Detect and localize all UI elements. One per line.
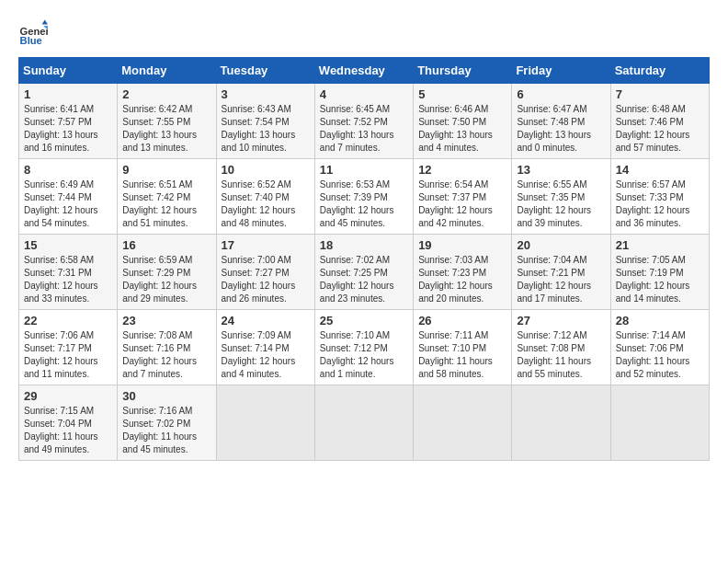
day-number: 8	[24, 163, 112, 177]
day-number: 22	[24, 314, 112, 327]
calendar-cell: 18 Sunrise: 7:02 AMSunset: 7:25 PMDaylig…	[314, 235, 413, 310]
day-info: Sunrise: 7:11 AMSunset: 7:10 PMDaylight:…	[418, 329, 506, 381]
calendar-cell: 5 Sunrise: 6:46 AMSunset: 7:50 PMDayligh…	[414, 84, 512, 159]
calendar-cell: 20 Sunrise: 7:04 AMSunset: 7:21 PMDaylig…	[512, 235, 610, 310]
logo-icon: General Blue	[18, 18, 48, 48]
calendar-cell: 30 Sunrise: 7:16 AMSunset: 7:02 PMDaylig…	[118, 385, 216, 461]
day-info: Sunrise: 7:05 AMSunset: 7:19 PMDaylight:…	[616, 254, 704, 305]
calendar-week-1: 1 Sunrise: 6:41 AMSunset: 7:57 PMDayligh…	[19, 84, 710, 159]
day-info: Sunrise: 6:52 AMSunset: 7:40 PMDaylight:…	[222, 178, 310, 230]
day-info: Sunrise: 7:06 AMSunset: 7:17 PMDaylight:…	[24, 329, 112, 381]
day-number: 3	[222, 87, 310, 101]
calendar-cell: 14 Sunrise: 6:57 AMSunset: 7:33 PMDaylig…	[610, 159, 709, 235]
calendar-cell: 13 Sunrise: 6:55 AMSunset: 7:35 PMDaylig…	[512, 159, 610, 235]
day-info: Sunrise: 6:47 AMSunset: 7:48 PMDaylight:…	[517, 103, 605, 155]
calendar-cell: 26 Sunrise: 7:11 AMSunset: 7:10 PMDaylig…	[414, 310, 512, 385]
header-day-tuesday: Tuesday	[216, 58, 314, 84]
calendar-cell: 27 Sunrise: 7:12 AMSunset: 7:08 PMDaylig…	[512, 310, 610, 385]
calendar-cell: 29 Sunrise: 7:15 AMSunset: 7:04 PMDaylig…	[19, 385, 118, 461]
header-day-saturday: Saturday	[610, 58, 709, 84]
day-info: Sunrise: 7:03 AMSunset: 7:23 PMDaylight:…	[418, 254, 506, 305]
day-info: Sunrise: 7:00 AMSunset: 7:27 PMDaylight:…	[222, 254, 310, 305]
day-number: 4	[320, 87, 408, 101]
header-day-wednesday: Wednesday	[314, 58, 413, 84]
calendar-cell: 8 Sunrise: 6:49 AMSunset: 7:44 PMDayligh…	[19, 159, 118, 235]
day-number: 5	[418, 87, 506, 101]
header-day-friday: Friday	[512, 58, 610, 84]
svg-marker-2	[42, 20, 48, 25]
day-number: 16	[122, 238, 210, 252]
day-info: Sunrise: 7:08 AMSunset: 7:16 PMDaylight:…	[122, 329, 210, 381]
day-info: Sunrise: 6:53 AMSunset: 7:39 PMDaylight:…	[320, 178, 408, 230]
page-header: General Blue	[18, 18, 710, 48]
day-info: Sunrise: 6:59 AMSunset: 7:29 PMDaylight:…	[122, 254, 210, 305]
calendar-cell: 1 Sunrise: 6:41 AMSunset: 7:57 PMDayligh…	[19, 84, 118, 159]
day-number: 23	[122, 314, 210, 327]
header-day-thursday: Thursday	[414, 58, 512, 84]
day-number: 29	[24, 389, 112, 403]
day-number: 30	[122, 389, 210, 403]
day-number: 12	[418, 163, 506, 177]
calendar-cell: 6 Sunrise: 6:47 AMSunset: 7:48 PMDayligh…	[512, 84, 610, 159]
day-number: 18	[320, 238, 408, 252]
day-number: 19	[418, 238, 506, 252]
day-number: 1	[24, 87, 112, 101]
calendar-week-4: 22 Sunrise: 7:06 AMSunset: 7:17 PMDaylig…	[19, 310, 710, 385]
calendar-cell: 15 Sunrise: 6:58 AMSunset: 7:31 PMDaylig…	[19, 235, 118, 310]
day-number: 21	[616, 238, 704, 252]
day-info: Sunrise: 6:58 AMSunset: 7:31 PMDaylight:…	[24, 254, 112, 305]
day-number: 20	[517, 238, 605, 252]
day-number: 2	[122, 87, 210, 101]
day-info: Sunrise: 6:43 AMSunset: 7:54 PMDaylight:…	[222, 103, 310, 155]
logo: General Blue	[18, 18, 51, 48]
calendar-week-2: 8 Sunrise: 6:49 AMSunset: 7:44 PMDayligh…	[19, 159, 710, 235]
calendar-cell: 22 Sunrise: 7:06 AMSunset: 7:17 PMDaylig…	[19, 310, 118, 385]
day-info: Sunrise: 6:41 AMSunset: 7:57 PMDaylight:…	[24, 103, 112, 155]
calendar-header-row: SundayMondayTuesdayWednesdayThursdayFrid…	[19, 58, 710, 84]
day-info: Sunrise: 6:49 AMSunset: 7:44 PMDaylight:…	[24, 178, 112, 230]
calendar-week-5: 29 Sunrise: 7:15 AMSunset: 7:04 PMDaylig…	[19, 385, 710, 461]
calendar-cell: 16 Sunrise: 6:59 AMSunset: 7:29 PMDaylig…	[118, 235, 216, 310]
day-info: Sunrise: 7:12 AMSunset: 7:08 PMDaylight:…	[517, 329, 605, 381]
day-number: 14	[616, 163, 704, 177]
calendar-cell: 10 Sunrise: 6:52 AMSunset: 7:40 PMDaylig…	[216, 159, 314, 235]
day-info: Sunrise: 6:46 AMSunset: 7:50 PMDaylight:…	[418, 103, 506, 155]
calendar-table: SundayMondayTuesdayWednesdayThursdayFrid…	[18, 57, 710, 461]
calendar-cell: 2 Sunrise: 6:42 AMSunset: 7:55 PMDayligh…	[118, 84, 216, 159]
day-info: Sunrise: 6:42 AMSunset: 7:55 PMDaylight:…	[122, 103, 210, 155]
calendar-cell: 3 Sunrise: 6:43 AMSunset: 7:54 PMDayligh…	[216, 84, 314, 159]
calendar-cell: 21 Sunrise: 7:05 AMSunset: 7:19 PMDaylig…	[610, 235, 709, 310]
calendar-cell: 28 Sunrise: 7:14 AMSunset: 7:06 PMDaylig…	[610, 310, 709, 385]
day-info: Sunrise: 7:15 AMSunset: 7:04 PMDaylight:…	[24, 405, 112, 456]
calendar-week-3: 15 Sunrise: 6:58 AMSunset: 7:31 PMDaylig…	[19, 235, 710, 310]
calendar-cell: 7 Sunrise: 6:48 AMSunset: 7:46 PMDayligh…	[610, 84, 709, 159]
day-info: Sunrise: 6:48 AMSunset: 7:46 PMDaylight:…	[616, 103, 704, 155]
header-day-monday: Monday	[118, 58, 216, 84]
calendar-cell	[512, 385, 610, 461]
calendar-cell: 4 Sunrise: 6:45 AMSunset: 7:52 PMDayligh…	[314, 84, 413, 159]
day-number: 6	[517, 87, 605, 101]
calendar-cell	[610, 385, 709, 461]
day-info: Sunrise: 7:14 AMSunset: 7:06 PMDaylight:…	[616, 329, 704, 381]
day-info: Sunrise: 7:16 AMSunset: 7:02 PMDaylight:…	[122, 405, 210, 456]
calendar-cell: 17 Sunrise: 7:00 AMSunset: 7:27 PMDaylig…	[216, 235, 314, 310]
day-info: Sunrise: 7:04 AMSunset: 7:21 PMDaylight:…	[517, 254, 605, 305]
calendar-cell	[216, 385, 314, 461]
day-info: Sunrise: 7:10 AMSunset: 7:12 PMDaylight:…	[320, 329, 408, 381]
day-number: 7	[616, 87, 704, 101]
day-number: 11	[320, 163, 408, 177]
calendar-cell: 19 Sunrise: 7:03 AMSunset: 7:23 PMDaylig…	[414, 235, 512, 310]
calendar-cell	[314, 385, 413, 461]
calendar-cell: 9 Sunrise: 6:51 AMSunset: 7:42 PMDayligh…	[118, 159, 216, 235]
day-number: 13	[517, 163, 605, 177]
day-number: 27	[517, 314, 605, 327]
day-number: 17	[222, 238, 310, 252]
day-number: 10	[222, 163, 310, 177]
day-number: 26	[418, 314, 506, 327]
header-day-sunday: Sunday	[19, 58, 118, 84]
day-number: 24	[222, 314, 310, 327]
day-info: Sunrise: 6:54 AMSunset: 7:37 PMDaylight:…	[418, 178, 506, 230]
calendar-cell: 24 Sunrise: 7:09 AMSunset: 7:14 PMDaylig…	[216, 310, 314, 385]
calendar-cell: 25 Sunrise: 7:10 AMSunset: 7:12 PMDaylig…	[314, 310, 413, 385]
day-info: Sunrise: 7:02 AMSunset: 7:25 PMDaylight:…	[320, 254, 408, 305]
